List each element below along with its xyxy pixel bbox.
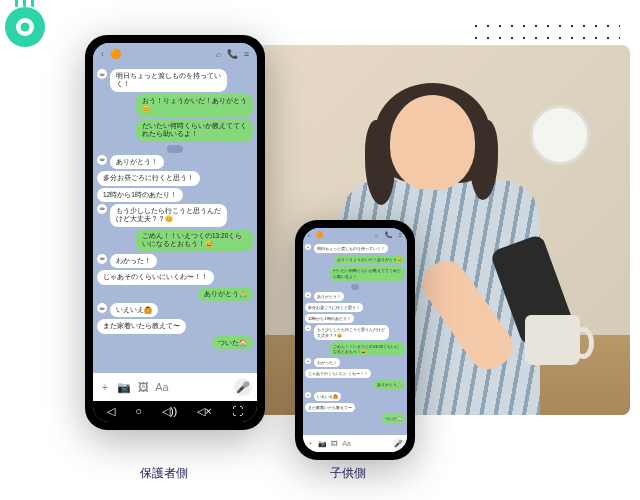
message-row: だいたい何時くらいか教えててくれたら助いるよ！ (305, 266, 405, 280)
avatar-icon: ✏ (97, 254, 107, 264)
svg-rect-2 (31, 0, 34, 7)
menu-icon[interactable]: ≡ (398, 232, 402, 238)
message-row: 多分お昼ごろに行くと思う！ (97, 171, 253, 185)
message-row: だいたい何時くらいか教えててくれたら助いるよ！ (97, 119, 253, 142)
message-row: ごめん！！いえつくの13:20くらいになるとおもう！😅 (97, 229, 253, 252)
eye-logo-icon (0, 0, 55, 55)
chat-input-bar: + 📷 🖼 Aa 🎤 (93, 373, 257, 401)
avatar-icon: ✏ (97, 204, 107, 214)
message-row: ✏明日ちょっと渡しものを持っていく！ (97, 69, 253, 92)
message-row: ✏わかった！ (305, 358, 405, 367)
svg-rect-0 (15, 0, 18, 7)
message-row: じゃあそのくらいにいくわ〜！！ (97, 270, 253, 284)
gallery-icon[interactable]: 🖼 (330, 439, 339, 448)
parent-caption: 保護者側 (140, 465, 188, 482)
search-icon[interactable]: ⌕ (216, 49, 221, 59)
date-separator (97, 145, 253, 152)
avatar-icon: ✏ (97, 155, 107, 165)
avatar-icon: ✏ (305, 392, 311, 398)
svg-rect-1 (23, 0, 26, 7)
message-row: また家着いたら教えて〜 (305, 403, 405, 412)
message-row: 多分お昼ごろに行くと思う！ (305, 303, 405, 312)
message-row: ありがとう🙏 (305, 380, 405, 389)
avatar-icon: ✏ (97, 303, 107, 313)
avatar-icon: ✏ (305, 244, 311, 250)
gallery-icon[interactable]: 🖼 (136, 380, 150, 394)
message-row: ✏明日ちょっと渡しものを持っていく！ (305, 244, 405, 253)
contact-avatar-icon: 🟠 (316, 231, 323, 238)
message-row: また家着いたら教えて〜 (97, 319, 253, 333)
child-phone-mockup: ‹ 🟠 ⌕ 📞 ≡ ✏明日ちょっと渡しものを持っていく！ おう！りょうかいだ！あ… (295, 220, 415, 460)
message-row: ✏もう少ししたら行こうと思うんだけど大丈夫？？😊 (305, 325, 405, 339)
mic-icon[interactable]: 🎤 (393, 438, 404, 449)
chat-body: ✏明日ちょっと渡しものを持っていく！ おう！りょうかいだ！ありがとう😊 だいたい… (303, 241, 407, 435)
message-row: ✏いえいえ🙆 (305, 392, 405, 401)
avatar-icon: ✏ (305, 292, 311, 298)
nav-home-icon[interactable]: ○ (135, 405, 142, 418)
message-row: じゃあそのくらいにいくわ〜！！ (305, 369, 405, 378)
message-row: ✏いえいえ🙆 (97, 303, 253, 317)
avatar-icon: ✏ (305, 358, 311, 364)
contact-avatar-icon: 🟠 (110, 49, 121, 59)
nav-back-icon[interactable]: ◁ (107, 405, 115, 418)
call-icon[interactable]: 📞 (227, 49, 238, 59)
chat-header: ‹ 🟠 ⌕ 📞 ≡ (303, 228, 407, 241)
mic-icon[interactable]: 🎤 (234, 378, 252, 396)
nav-mute-icon[interactable]: ◁× (197, 405, 211, 418)
plus-icon[interactable]: + (98, 380, 112, 394)
message-row: おう！りょうかいだ！ありがとう😊 (97, 94, 253, 117)
message-row: 12時から1時のあたり！ (97, 188, 253, 202)
message-row: ついた🏠 (97, 336, 253, 350)
avatar-icon: ✏ (97, 69, 107, 79)
child-caption: 子供側 (330, 465, 366, 482)
message-row: おう！りょうかいだ！ありがとう😊 (305, 255, 405, 264)
chat-header: ‹ 🟠 ⌕ 📞 ≡ (93, 43, 257, 65)
text-input[interactable]: Aa (342, 439, 351, 448)
message-row: ついた🏠 (305, 414, 405, 423)
message-row: ごめん！！いえつくの13:20くらいになるとおもう！😅 (305, 342, 405, 356)
camera-icon[interactable]: 📷 (117, 380, 131, 394)
nav-vol-icon[interactable]: ◁)) (162, 405, 177, 418)
call-icon[interactable]: 📞 (385, 231, 392, 238)
parent-phone-mockup: ‹ 🟠 ⌕ 📞 ≡ ✏明日ちょっと渡しものを持っていく！ おう！りょうかいだ！あ… (85, 35, 265, 430)
menu-icon[interactable]: ≡ (244, 49, 249, 59)
lifestyle-photo (210, 45, 630, 415)
svg-point-5 (21, 23, 30, 32)
search-icon[interactable]: ⌕ (375, 232, 379, 238)
chat-body: ✏明日ちょっと渡しものを持っていく！ おう！りょうかいだ！ありがとう😊 だいたい… (93, 65, 257, 373)
message-row: ✏ありがとう！ (305, 292, 405, 301)
android-nav-bar: ◁ ○ ◁)) ◁× ⛶ (93, 401, 257, 422)
camera-icon[interactable]: 📷 (318, 439, 327, 448)
message-row: 12時から1時のあたり！ (305, 314, 405, 323)
nav-fullscreen-icon[interactable]: ⛶ (232, 405, 243, 418)
text-input[interactable]: Aa (155, 380, 169, 394)
date-separator (305, 284, 405, 289)
message-row: ✏ありがとう！ (97, 155, 253, 169)
back-icon[interactable]: ‹ (308, 232, 310, 238)
plus-icon[interactable]: + (306, 439, 315, 448)
back-icon[interactable]: ‹ (101, 49, 104, 59)
message-row: ✏わかった！ (97, 254, 253, 268)
message-row: ありがとう🙏 (97, 287, 253, 301)
chat-input-bar: + 📷 🖼 Aa 🎤 (303, 435, 407, 452)
message-row: ✏もう少ししたら行こうと思うんだけど大丈夫？？😊 (97, 204, 253, 227)
avatar-icon: ✏ (305, 325, 311, 331)
